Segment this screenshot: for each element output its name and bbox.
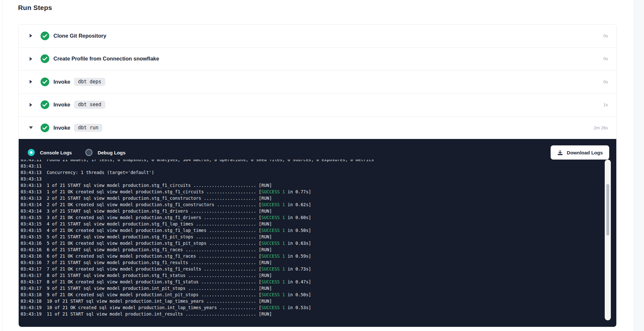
log-line: 03:43:18 10 of 21 START sql view model p… <box>21 298 603 304</box>
step-duration: 2m 26s <box>594 125 608 130</box>
log-line: 03:43:15 5 of 21 START sql view model pr… <box>21 234 603 240</box>
log-line: 03:43:19 10 of 21 OK created sql view mo… <box>21 304 603 311</box>
radio-unselected-icon[interactable] <box>85 149 92 156</box>
log-line: 03:43:17 7 of 21 OK created sql view mod… <box>21 266 603 272</box>
log-line: 03:43:13 1 of 21 START sql view model pr… <box>21 182 603 188</box>
log-line: 03:43:13 2 of 21 START sql view model pr… <box>21 195 603 201</box>
log-line: 03:43:16 5 of 21 OK created sql view mod… <box>21 240 603 246</box>
step-row-invoke-dbt-deps[interactable]: Invoke dbt deps 0s <box>19 70 616 94</box>
command-chip: dbt seed <box>74 101 105 109</box>
console-header: Console Logs Debug Logs Download Logs <box>19 139 616 159</box>
right-gutter <box>634 0 644 331</box>
debug-logs-radio[interactable]: Debug Logs <box>85 149 126 156</box>
step-label: Invoke <box>53 125 70 131</box>
log-line: 03:43:14 2 of 21 OK created sql view mod… <box>21 201 603 208</box>
success-check-icon <box>41 100 49 109</box>
chevron-right-icon[interactable] <box>29 79 33 84</box>
download-logs-button[interactable]: Download Logs <box>551 145 609 160</box>
log-line: 03:43:17 8 of 21 OK created sql view mod… <box>21 279 603 285</box>
log-line: 03:43:16 6 of 21 START sql view model pr… <box>21 246 603 253</box>
log-viewport: 03:43:11 Found 21 models, 17 tests, 0 sn… <box>19 160 603 326</box>
console-log-panel: Console Logs Debug Logs Download Logs <box>19 139 616 327</box>
log-lines: 03:43:11 Found 21 models, 17 tests, 0 sn… <box>21 160 603 317</box>
chevron-right-icon[interactable] <box>29 33 33 38</box>
success-check-icon <box>41 78 49 86</box>
command-chip: dbt run <box>74 124 102 132</box>
run-steps-page: Run Steps Clone Git Repository 0s Create… <box>0 0 644 331</box>
step-label: Create Profile from Connection snowflake <box>53 56 159 62</box>
step-duration: 0s <box>603 79 608 84</box>
log-line: 03:43:11 Found 21 models, 17 tests, 0 sn… <box>21 160 603 163</box>
log-line: 03:43:16 6 of 21 OK created sql view mod… <box>21 253 603 259</box>
success-check-icon <box>41 54 49 63</box>
log-line: 03:43:15 4 of 21 OK created sql view mod… <box>21 227 603 234</box>
page-title: Run Steps <box>18 4 52 12</box>
log-line: 03:43:13 1 of 21 OK created sql view mod… <box>21 188 603 195</box>
log-line: 03:43:17 8 of 21 START sql view model pr… <box>21 272 603 279</box>
chevron-down-icon[interactable] <box>29 125 33 130</box>
console-logs-radio[interactable]: Console Logs <box>28 149 72 156</box>
step-duration: 0s <box>603 33 608 38</box>
console-scrollbar-thumb[interactable] <box>606 184 609 235</box>
radio-label: Console Logs <box>40 150 72 155</box>
log-type-radio-group: Console Logs Debug Logs <box>28 149 126 156</box>
download-logs-label: Download Logs <box>567 150 603 155</box>
step-duration: 1s <box>603 102 608 107</box>
log-line: 03:43:13 <box>21 176 603 182</box>
step-row-invoke-dbt-seed[interactable]: Invoke dbt seed 1s <box>19 94 616 117</box>
log-line: 03:43:15 3 of 21 OK created sql view mod… <box>21 214 603 221</box>
success-check-icon <box>41 124 49 132</box>
run-steps-card: Clone Git Repository 0s Create Profile f… <box>18 24 617 327</box>
step-duration: 0s <box>603 56 608 61</box>
step-label: Clone Git Repository <box>53 33 106 39</box>
log-line: 03:43:15 4 of 21 START sql view model pr… <box>21 221 603 227</box>
step-label: Invoke <box>53 79 70 85</box>
radio-selected-icon[interactable] <box>28 149 35 156</box>
command-chip: dbt deps <box>74 78 105 86</box>
radio-label: Debug Logs <box>98 150 126 155</box>
success-check-icon <box>41 32 49 40</box>
log-line: 03:43:18 9 of 21 OK created sql view mod… <box>21 291 603 298</box>
chevron-right-icon[interactable] <box>29 103 33 107</box>
log-line: 03:43:13 Concurrency: 1 threads (target=… <box>21 169 603 176</box>
log-line: 03:43:19 11 of 21 START sql view model p… <box>21 311 603 317</box>
step-row-clone-git-repository[interactable]: Clone Git Repository 0s <box>19 24 616 48</box>
step-row-invoke-dbt-run[interactable]: Invoke dbt run 2m 26s <box>19 116 616 139</box>
log-line: 03:43:17 9 of 21 START sql view model pr… <box>21 285 603 291</box>
log-line: 03:43:11 <box>21 163 603 169</box>
download-icon <box>557 150 563 156</box>
log-line: 03:43:14 3 of 21 START sql view model pr… <box>21 208 603 214</box>
console-scrollbar-track[interactable] <box>605 160 611 320</box>
step-row-create-profile[interactable]: Create Profile from Connection snowflake… <box>19 48 616 71</box>
step-label: Invoke <box>53 102 70 108</box>
content-left-border <box>2 0 3 331</box>
chevron-right-icon[interactable] <box>29 57 33 61</box>
log-line: 03:43:16 7 of 21 START sql view model pr… <box>21 259 603 266</box>
